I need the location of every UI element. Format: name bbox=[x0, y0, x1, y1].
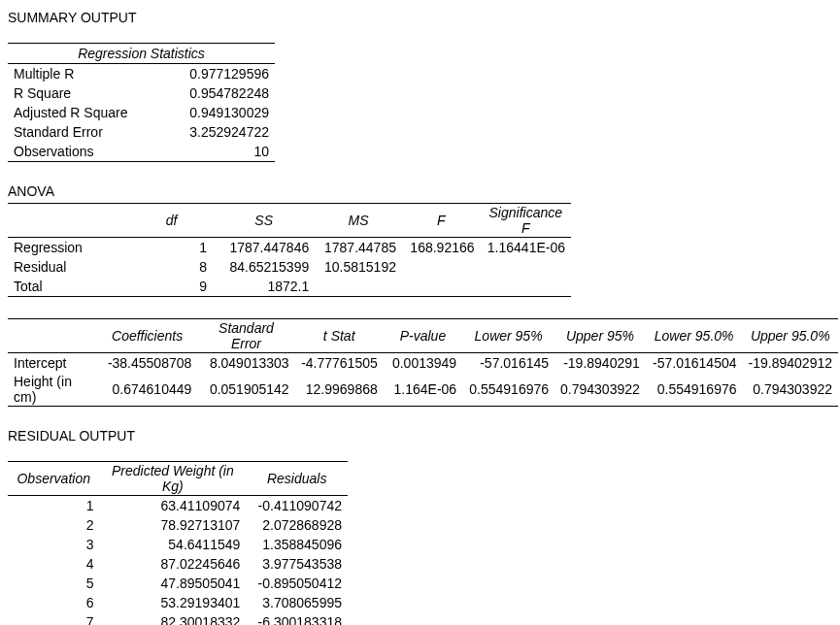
resid-pred: 47.89505041 bbox=[99, 574, 246, 593]
table-row: R Square 0.954782248 bbox=[8, 83, 275, 103]
summary-output-title: SUMMARY OUTPUT bbox=[8, 10, 832, 25]
resid-obs: 2 bbox=[8, 515, 99, 535]
anova-row-label: Residual bbox=[8, 257, 130, 277]
table-row: Observations 10 bbox=[8, 142, 275, 162]
resid-pred: 63.41109074 bbox=[99, 496, 246, 516]
stat-label: Observations bbox=[8, 142, 178, 162]
table-row: 354.64115491.358845096 bbox=[8, 535, 348, 554]
table-row: 487.022456463.977543538 bbox=[8, 554, 348, 574]
anova-ms: 10.5815192 bbox=[315, 257, 402, 277]
coef-label: Height (in cm) bbox=[8, 373, 97, 407]
resid-obs: 3 bbox=[8, 535, 99, 554]
stat-label: Multiple R bbox=[8, 64, 178, 84]
coef-l95: 0.554916976 bbox=[462, 373, 554, 407]
coef-header-l95: Lower 95% bbox=[462, 319, 554, 353]
anova-ss: 1872.1 bbox=[213, 277, 315, 297]
table-row: 653.291934013.708065995 bbox=[8, 593, 348, 612]
resid-obs: 4 bbox=[8, 554, 99, 574]
anova-ss: 1787.447846 bbox=[213, 238, 315, 258]
anova-sigf: 1.16441E-06 bbox=[481, 238, 571, 258]
anova-header-f: F bbox=[402, 204, 481, 238]
stat-label: Adjusted R Square bbox=[8, 103, 178, 122]
stat-value: 10 bbox=[178, 142, 275, 162]
anova-df: 1 bbox=[130, 238, 213, 258]
stat-value: 0.977129596 bbox=[178, 64, 275, 84]
anova-ss: 84.65215399 bbox=[213, 257, 315, 277]
coef-l95: -57.016145 bbox=[462, 353, 554, 374]
coef-t: 12.9969868 bbox=[295, 373, 384, 407]
regression-statistics-table: Regression Statistics Multiple R 0.97712… bbox=[8, 43, 275, 162]
reg-stats-header: Regression Statistics bbox=[8, 44, 275, 64]
coef-se: 8.049013303 bbox=[197, 353, 294, 374]
coef-header-t: t Stat bbox=[295, 319, 384, 353]
stat-value: 3.252924722 bbox=[178, 122, 275, 142]
table-row: Adjusted R Square 0.949130029 bbox=[8, 103, 275, 122]
table-row: Regression 1 1787.447846 1787.44785 168.… bbox=[8, 238, 571, 258]
resid-res: 3.977543538 bbox=[246, 554, 348, 574]
anova-ms: 1787.44785 bbox=[315, 238, 402, 258]
resid-pred: 53.29193401 bbox=[99, 593, 246, 612]
anova-df: 9 bbox=[130, 277, 213, 297]
table-row: 782.30018332-6.300183318 bbox=[8, 612, 348, 625]
resid-res: -0.895050412 bbox=[246, 574, 348, 593]
anova-header-sigf: Significance F bbox=[481, 204, 571, 238]
resid-res: -0.411090742 bbox=[246, 496, 348, 516]
resid-obs: 5 bbox=[8, 574, 99, 593]
coef-u950: -19.89402912 bbox=[743, 353, 838, 374]
coef-p: 1.164E-06 bbox=[384, 373, 462, 407]
table-row: 278.927131072.072868928 bbox=[8, 515, 348, 535]
coef-header-coef: Coefficients bbox=[97, 319, 197, 353]
resid-pred: 87.02245646 bbox=[99, 554, 246, 574]
coef-header-se: Standard Error bbox=[197, 319, 294, 353]
coefficients-table: Coefficients Standard Error t Stat P-val… bbox=[8, 318, 838, 407]
table-row: Height (in cm) 0.674610449 0.051905142 1… bbox=[8, 373, 838, 407]
anova-f bbox=[402, 257, 481, 277]
anova-row-label: Regression bbox=[8, 238, 130, 258]
table-row: Residual 8 84.65215399 10.5815192 bbox=[8, 257, 571, 277]
resid-res: 1.358845096 bbox=[246, 535, 348, 554]
resid-header-pred: Predicted Weight (in Kg) bbox=[99, 462, 246, 496]
resid-res: -6.300183318 bbox=[246, 612, 348, 625]
anova-row-label: Total bbox=[8, 277, 130, 297]
stat-label: Standard Error bbox=[8, 122, 178, 142]
resid-header-obs: Observation bbox=[8, 462, 99, 496]
coef-header-u95: Upper 95% bbox=[554, 319, 646, 353]
coef-l950: 0.554916976 bbox=[646, 373, 743, 407]
anova-table: df SS MS F Significance F Regression 1 1… bbox=[8, 203, 571, 297]
residual-table: Observation Predicted Weight (in Kg) Res… bbox=[8, 461, 348, 625]
anova-header-blank bbox=[8, 204, 130, 238]
coef-u95: 0.794303922 bbox=[554, 373, 646, 407]
coef-p: 0.0013949 bbox=[384, 353, 462, 374]
anova-f: 168.92166 bbox=[402, 238, 481, 258]
stat-value: 0.949130029 bbox=[178, 103, 275, 122]
anova-sigf bbox=[481, 257, 571, 277]
table-row: Standard Error 3.252924722 bbox=[8, 122, 275, 142]
coef-value: 0.674610449 bbox=[97, 373, 197, 407]
stat-value: 0.954782248 bbox=[178, 83, 275, 103]
resid-pred: 82.30018332 bbox=[99, 612, 246, 625]
resid-pred: 78.92713107 bbox=[99, 515, 246, 535]
anova-header-ss: SS bbox=[213, 204, 315, 238]
anova-ms bbox=[315, 277, 402, 297]
anova-f bbox=[402, 277, 481, 297]
resid-obs: 7 bbox=[8, 612, 99, 625]
stat-label: R Square bbox=[8, 83, 178, 103]
anova-title: ANOVA bbox=[8, 183, 832, 199]
table-row: Intercept -38.45508708 8.049013303 -4.77… bbox=[8, 353, 838, 374]
resid-obs: 6 bbox=[8, 593, 99, 612]
coef-value: -38.45508708 bbox=[97, 353, 197, 374]
coef-header-u950: Upper 95.0% bbox=[743, 319, 838, 353]
table-row: 163.41109074-0.411090742 bbox=[8, 496, 348, 516]
coef-label: Intercept bbox=[8, 353, 97, 374]
coef-header-l950: Lower 95.0% bbox=[646, 319, 743, 353]
anova-sigf bbox=[481, 277, 571, 297]
coef-t: -4.77761505 bbox=[295, 353, 384, 374]
resid-res: 2.072868928 bbox=[246, 515, 348, 535]
coef-u95: -19.8940291 bbox=[554, 353, 646, 374]
residual-output-title: RESIDUAL OUTPUT bbox=[8, 428, 832, 444]
anova-header-df: df bbox=[130, 204, 213, 238]
coef-header-p: P-value bbox=[384, 319, 462, 353]
resid-pred: 54.6411549 bbox=[99, 535, 246, 554]
anova-header-ms: MS bbox=[315, 204, 402, 238]
anova-df: 8 bbox=[130, 257, 213, 277]
